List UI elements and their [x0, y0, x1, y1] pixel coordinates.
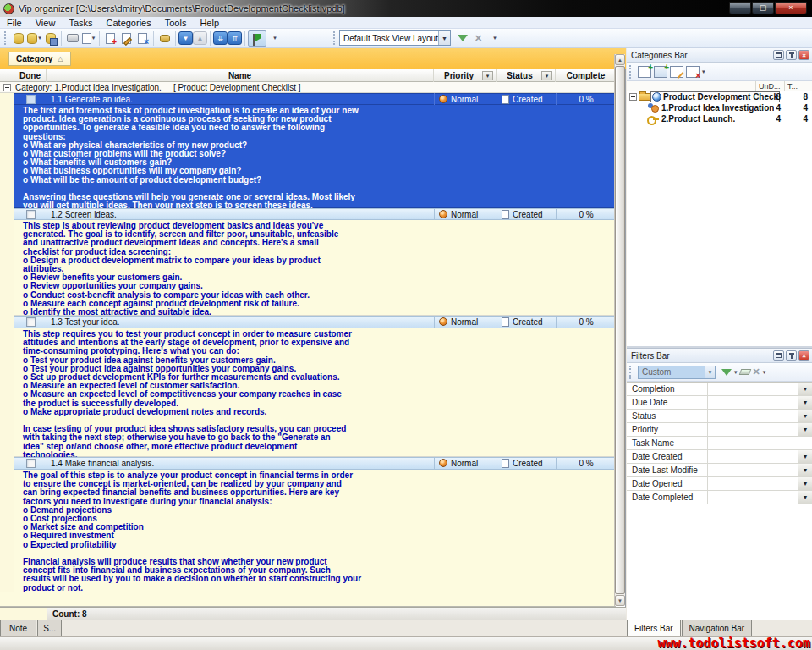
- edit-task-icon[interactable]: [118, 30, 134, 47]
- menu-tools[interactable]: Tools: [158, 17, 194, 29]
- category-group-row[interactable]: Category: 1.Product Idea Investigation. …: [0, 82, 616, 93]
- scrollbar-thumb[interactable]: [615, 66, 625, 594]
- combo-dropdown-icon[interactable]: ▼: [438, 31, 450, 45]
- column-header-priority[interactable]: Priority: [434, 69, 497, 82]
- tab-subtasks[interactable]: S...: [37, 620, 62, 636]
- menu-categories[interactable]: Categories: [100, 17, 158, 29]
- empty-grid-row[interactable]: [0, 592, 616, 607]
- task-row-1-4[interactable]: 1.4 Make financial analysis. Normal Crea…: [0, 457, 616, 470]
- column-undone[interactable]: UnD...: [755, 81, 783, 91]
- filter-value-field[interactable]: [708, 410, 798, 422]
- combo-dropdown-icon[interactable]: ▼: [705, 366, 715, 378]
- menu-view[interactable]: View: [29, 17, 63, 29]
- column-total[interactable]: T...: [784, 81, 812, 91]
- delete-task-icon[interactable]: [134, 30, 151, 47]
- filter-dropdown-icon[interactable]: [798, 410, 812, 422]
- categories-more-icon[interactable]: ▾: [702, 69, 705, 75]
- minimize-button[interactable]: –: [729, 2, 751, 14]
- menu-tasks[interactable]: Tasks: [62, 17, 99, 29]
- layout-toolbar-grip[interactable]: [333, 31, 336, 45]
- close-button[interactable]: ×: [775, 2, 807, 14]
- apply-filter-icon[interactable]: [721, 369, 732, 376]
- save-database-icon[interactable]: [42, 30, 58, 47]
- layout-more-icon[interactable]: ▾: [486, 30, 502, 47]
- column-header-done[interactable]: Done: [14, 69, 47, 82]
- column-header-complete[interactable]: Complete: [556, 69, 616, 82]
- new-database-icon[interactable]: [10, 30, 26, 47]
- edit-category-icon[interactable]: [670, 66, 683, 78]
- delete-filter-icon[interactable]: ✕: [753, 366, 760, 377]
- print-icon[interactable]: [64, 30, 80, 47]
- filter-preset-combo[interactable]: Custom ▼: [638, 366, 716, 379]
- collapse-tree-icon[interactable]: [629, 93, 637, 101]
- task-row-1-3[interactable]: 1.3 Test your idea. Normal Created 0 %: [0, 316, 616, 328]
- new-task-icon[interactable]: [102, 30, 118, 47]
- filter-value-field[interactable]: [708, 464, 798, 476]
- filter-dropdown-icon[interactable]: [798, 383, 812, 395]
- tab-navigation-bar[interactable]: Navigation Bar: [682, 620, 753, 636]
- move-task-down-icon[interactable]: ▼: [178, 31, 193, 45]
- priority-filter-dropdown-icon[interactable]: [482, 71, 493, 80]
- collapse-all-icon[interactable]: ⇈: [228, 31, 242, 45]
- tab-filters-bar[interactable]: Filters Bar: [627, 620, 681, 636]
- clear-filter-icon[interactable]: [738, 369, 751, 375]
- tree-item-launch[interactable]: 2.Product Launch. 4 4: [627, 113, 812, 124]
- task-done-checkbox[interactable]: [26, 210, 36, 219]
- undock-panel-icon[interactable]: [773, 50, 784, 60]
- undock-panel-icon[interactable]: [773, 350, 784, 361]
- close-panel-icon[interactable]: ×: [798, 50, 809, 60]
- filter-value-field[interactable]: [708, 423, 798, 436]
- task-row-1-2[interactable]: 1.2 Screen ideas. Normal Created 0 %: [0, 208, 616, 220]
- filter-dropdown-icon[interactable]: [798, 464, 812, 476]
- collapse-group-icon[interactable]: [3, 84, 11, 91]
- move-task-up-icon[interactable]: ▲: [193, 31, 207, 45]
- filter-dropdown-icon[interactable]: [798, 491, 812, 504]
- filter-value-field[interactable]: [708, 437, 812, 449]
- filter-value-field[interactable]: [708, 477, 798, 490]
- task-done-checkbox[interactable]: [26, 317, 36, 327]
- filters-bar-titlebar[interactable]: Filters Bar ×: [627, 349, 812, 363]
- filters-more-icon[interactable]: ▾: [763, 369, 766, 376]
- assign-task-icon[interactable]: [156, 30, 173, 47]
- menu-file[interactable]: File: [0, 17, 29, 29]
- task-description-1-4[interactable]: The goal of this step is to analyze your…: [0, 470, 616, 592]
- delete-category-icon[interactable]: [686, 66, 700, 78]
- apply-filter-dropdown-icon[interactable]: ▾: [734, 369, 738, 376]
- column-header-name[interactable]: Name: [47, 69, 434, 82]
- filter-dropdown-icon[interactable]: [798, 477, 812, 490]
- tree-item-investigation[interactable]: 1.Product Idea Investigation 4 4: [627, 102, 812, 113]
- filter-dropdown-icon[interactable]: [798, 396, 812, 409]
- maximize-button[interactable]: ▢: [752, 2, 774, 14]
- task-description-1-3[interactable]: This step requires you to test your prod…: [0, 328, 616, 457]
- grid-vertical-scrollbar[interactable]: ▲ ▼: [614, 54, 625, 606]
- filter-value-field[interactable]: [708, 450, 798, 463]
- status-filter-dropdown-icon[interactable]: [541, 71, 552, 80]
- menu-help[interactable]: Help: [193, 17, 226, 29]
- filter-value-field[interactable]: [708, 383, 798, 395]
- apply-layout-icon[interactable]: [454, 30, 470, 47]
- clear-layout-icon[interactable]: ✕: [470, 30, 486, 47]
- pin-panel-icon[interactable]: [786, 350, 797, 361]
- new-category-icon[interactable]: [638, 66, 651, 78]
- toolbar-grip[interactable]: [4, 31, 7, 45]
- task-description-1-1[interactable]: The first and foremost task of product i…: [0, 105, 616, 208]
- pin-panel-icon[interactable]: [786, 50, 797, 60]
- tab-note[interactable]: Note: [0, 620, 36, 636]
- task-description-1-2[interactable]: This step is about reviewing product dev…: [0, 220, 616, 316]
- categories-bar-titlebar[interactable]: Categories Bar ×: [627, 48, 812, 63]
- flag-task-icon[interactable]: [248, 30, 266, 47]
- filter-dropdown-icon[interactable]: [798, 450, 812, 463]
- task-done-checkbox[interactable]: [26, 459, 36, 468]
- scroll-down-icon[interactable]: ▼: [615, 595, 625, 606]
- task-done-checkbox[interactable]: [26, 95, 36, 104]
- open-database-icon[interactable]: ▾: [26, 30, 42, 47]
- print-preview-icon[interactable]: ▾: [80, 30, 96, 47]
- filter-dropdown-icon[interactable]: [798, 423, 812, 436]
- flag-dropdown-icon[interactable]: ▾: [266, 30, 283, 47]
- filter-value-field[interactable]: [708, 491, 798, 504]
- task-view-layout-combo[interactable]: Default Task View Layout ▼: [339, 30, 451, 46]
- title-bar[interactable]: Vip organizer [C:\Users\dmitry\Documents…: [0, 0, 812, 17]
- scroll-up-icon[interactable]: ▲: [615, 54, 625, 65]
- close-panel-icon[interactable]: ×: [798, 350, 809, 361]
- filter-value-field[interactable]: [708, 396, 798, 409]
